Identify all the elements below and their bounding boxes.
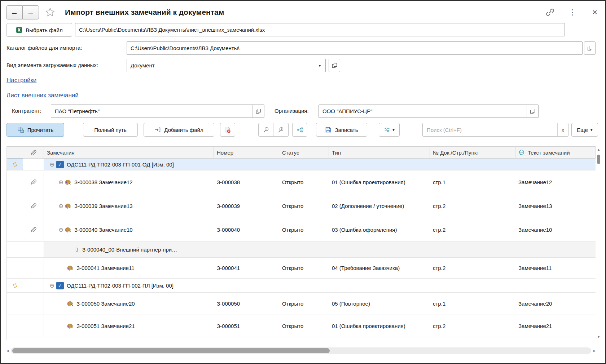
more-label: Еще — [577, 127, 588, 133]
tree-structure-icon — [297, 126, 303, 133]
sync-status-cell[interactable] — [7, 159, 23, 170]
search-clear-button[interactable]: x — [557, 123, 568, 136]
scroll-left-icon[interactable]: ◂ — [6, 348, 9, 353]
add-file-button[interactable]: Добавить файл — [144, 123, 214, 137]
table-row-remark[interactable]: ⊖ З-000040 Замечание10 З-000040 Открыто … — [7, 218, 596, 242]
organization-value: ООО "АППИУС-ЦР" — [319, 108, 527, 114]
row-checkbox-checked[interactable]: ✓ — [56, 161, 64, 168]
full-path-label: Полный путь — [94, 127, 126, 133]
header-type[interactable]: Тип — [329, 147, 430, 158]
kind-choose-button[interactable] — [329, 59, 340, 72]
magnifier-minus-icon — [263, 126, 269, 133]
scroll-up-icon[interactable]: ▴ — [598, 147, 600, 152]
parties-row: Контрагент: ПАО "Петрнефть" Организация:… — [6, 105, 600, 118]
table-row-group[interactable]: ⊖ ✓ ОДС111-РД-ТП02-003-ГП-001-ОД [Изм. 0… — [7, 159, 596, 170]
check-structure-button[interactable] — [292, 123, 307, 137]
header-type-label: Тип — [332, 150, 341, 156]
delete-file-button[interactable] — [220, 123, 235, 137]
vertical-scroll-thumb[interactable] — [597, 155, 600, 164]
add-file-label: Добавить файл — [164, 127, 203, 133]
header-notes[interactable]: Замечания — [44, 147, 214, 158]
organization-field[interactable]: ООО "АППИУС-ЦР" — [319, 105, 539, 118]
table-row-remark[interactable]: ⊕ З-000038 Замечание12 З-000038 Открыто … — [7, 170, 596, 194]
collapse-toggle[interactable]: ⊖ — [48, 161, 56, 168]
header-doc-label: № Док./Стр./Пункт — [433, 150, 479, 156]
collapse-rows-button[interactable] — [258, 123, 273, 137]
horizontal-scroll-thumb[interactable] — [12, 348, 330, 353]
table-row-remark[interactable]: ⊕ З-000039 Замечание13 З-000039 Открыто … — [7, 194, 596, 218]
more-button[interactable]: Еще ▾ — [571, 123, 598, 137]
expand-rows-button[interactable] — [273, 123, 289, 137]
close-icon[interactable]: × — [590, 7, 600, 17]
check-icon: ✓ — [58, 283, 62, 288]
excel-icon — [16, 27, 22, 33]
row-checkbox-checked[interactable]: ✓ — [56, 282, 64, 289]
delete-file-icon — [224, 126, 231, 133]
table-toolbar: Прочитать Полный путь Добавить файл — [6, 123, 600, 137]
catalog-choose-button[interactable] — [584, 41, 596, 55]
remark-palette-icon — [67, 323, 73, 329]
comment-bubble-icon — [518, 149, 525, 156]
organization-choose-button[interactable] — [527, 105, 538, 117]
contractor-choose-button[interactable] — [252, 105, 264, 117]
read-button[interactable]: Прочитать — [6, 123, 64, 137]
choose-file-button[interactable]: Выбрать файл — [6, 23, 72, 37]
favorite-star-icon[interactable] — [44, 6, 56, 18]
kind-value: Документ — [127, 62, 314, 68]
full-path-button[interactable]: Полный путь — [83, 123, 138, 137]
horizontal-scrollbar[interactable]: ◂ ▸ — [6, 346, 596, 355]
header-sync-column[interactable] — [7, 147, 23, 158]
header-attachment-column[interactable] — [23, 147, 44, 158]
remark-palette-icon — [67, 265, 73, 271]
selected-file-path-field[interactable]: C:\Users\Public\Documents\ЛВЗ Документы\… — [75, 23, 565, 36]
expand-toggle[interactable]: ⊕ — [57, 203, 65, 209]
horizontal-scroll-track[interactable] — [11, 347, 591, 354]
catalog-row: Каталог файлов для импорта: C:\Users\Pub… — [6, 41, 600, 55]
header-text-label: Текст замечаний — [528, 150, 570, 156]
external-remarks-sheet-link[interactable]: Лист внешних замечаний — [6, 92, 79, 99]
paperclip-icon — [30, 227, 36, 233]
kind-dropdown-button[interactable]: ▾ — [314, 59, 325, 72]
back-button[interactable]: ← — [6, 5, 23, 19]
list-settings-button[interactable]: ▾ — [379, 123, 400, 137]
header-text[interactable]: Текст замечаний — [515, 147, 596, 158]
app-window: ← → Импорт внешних замечаний к документа… — [0, 0, 606, 364]
collapse-toggle[interactable]: ⊖ — [48, 282, 56, 289]
check-icon: ✓ — [58, 161, 62, 167]
kind-row: Вид элемента загружаемых данных: Докумен… — [6, 59, 600, 72]
more-menu-icon[interactable]: ⋮ — [567, 7, 578, 17]
get-link-icon[interactable] — [545, 7, 555, 17]
document-name: ОДС111-РД-ТП02-003-ГП-002-ПЛ [Изм. 00] — [67, 283, 174, 289]
header-doc[interactable]: № Док./Стр./Пункт — [430, 147, 515, 158]
table-row-remark[interactable]: З-000041 Замечание11 З-000041 Открыто 04… — [7, 258, 596, 279]
paperclip-icon — [30, 179, 36, 185]
header-status[interactable]: Статус — [279, 147, 329, 158]
refresh-icon — [12, 283, 18, 288]
header-number[interactable]: Номер — [214, 147, 279, 158]
scroll-right-icon[interactable]: ▸ — [593, 348, 596, 353]
table-row-remark[interactable]: З-000050 Замечание20 З-000050 Открыто 05… — [7, 293, 596, 315]
sync-status-cell[interactable] — [7, 279, 23, 292]
sliders-icon — [384, 126, 390, 133]
contractor-field[interactable]: ПАО "Петрнефть" — [51, 105, 264, 118]
kind-field[interactable]: Документ ▾ — [127, 59, 326, 72]
vertical-scrollbar[interactable]: ▴ ▾ — [596, 147, 601, 339]
paperclip-icon — [30, 150, 36, 156]
title-bar: ← → Импорт внешних замечаний к документа… — [6, 5, 600, 20]
remarks-table: Замечания Номер Статус Тип № Док./Стр./П… — [6, 146, 596, 340]
scroll-down-icon[interactable]: ▾ — [598, 334, 600, 339]
add-file-icon — [154, 126, 161, 133]
save-button[interactable]: Записать — [316, 123, 367, 137]
collapse-toggle[interactable]: ⊖ — [57, 226, 65, 233]
forward-button[interactable]: → — [23, 5, 39, 19]
table-row-group[interactable]: ⊖ ✓ ОДС111-РД-ТП02-003-ГП-002-ПЛ [Изм. 0… — [7, 279, 596, 293]
forward-arrow-icon: → — [27, 8, 35, 17]
expand-toggle[interactable]: ⊕ — [57, 179, 65, 186]
settings-link[interactable]: Настройки — [6, 77, 36, 84]
table-row-remark[interactable]: З-000051 Замечание21 З-000051 Открыто 01… — [7, 315, 596, 337]
search-input[interactable] — [423, 127, 557, 133]
table-row-attachment[interactable]: З-000040_00-Внешний партнер-при… — [7, 242, 596, 258]
catalog-field[interactable]: C:\Users\Public\Documents\ЛВЗ Документы\ — [127, 41, 583, 55]
choose-icon — [256, 109, 261, 114]
contractor-value: ПАО "Петрнефть" — [51, 108, 252, 114]
